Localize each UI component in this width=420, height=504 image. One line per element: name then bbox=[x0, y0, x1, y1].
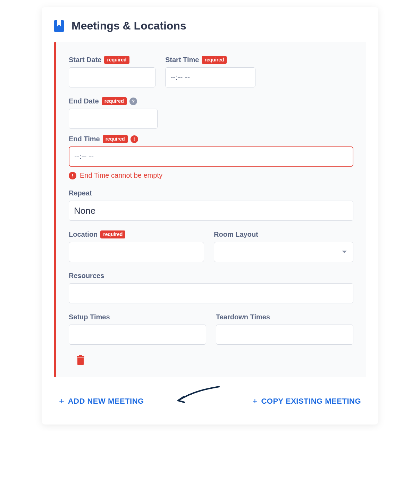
label-room-layout: Room Layout bbox=[214, 230, 353, 238]
error-icon: ! bbox=[131, 135, 138, 143]
svg-rect-2 bbox=[79, 355, 82, 356]
label-teardown-times: Teardown Times bbox=[216, 313, 353, 321]
copy-existing-meeting-label: COPY EXISTING MEETING bbox=[261, 397, 361, 406]
page-title: Meetings & Locations bbox=[72, 19, 186, 32]
bookmark-icon bbox=[54, 20, 64, 32]
trash-icon bbox=[76, 355, 85, 366]
label-text: Setup Times bbox=[69, 313, 110, 321]
label-start-date: Start Date required bbox=[69, 56, 156, 64]
delete-row bbox=[69, 354, 353, 367]
label-setup-times: Setup Times bbox=[69, 313, 206, 321]
field-end-date: End Date required ? bbox=[69, 97, 158, 129]
plus-icon: + bbox=[252, 396, 258, 405]
label-text: Repeat bbox=[69, 189, 92, 197]
error-icon: ! bbox=[69, 172, 76, 179]
label-text: Resources bbox=[69, 272, 104, 280]
repeat-select[interactable] bbox=[69, 201, 353, 221]
label-end-date: End Date required ? bbox=[69, 97, 158, 105]
field-teardown-times: Teardown Times bbox=[216, 313, 353, 345]
add-new-meeting-label: ADD NEW MEETING bbox=[68, 397, 144, 406]
actions-row: + ADD NEW MEETING + COPY EXISTING MEETIN… bbox=[54, 395, 366, 408]
row-location-layout: Location required Room Layout bbox=[69, 230, 353, 262]
label-location: Location required bbox=[69, 230, 204, 238]
label-resources: Resources bbox=[69, 272, 353, 280]
field-setup-times: Setup Times bbox=[69, 313, 206, 345]
annotation-arrow bbox=[174, 385, 222, 406]
row-dates: Start Date required Start Time required … bbox=[69, 56, 353, 129]
plus-icon: + bbox=[59, 396, 65, 405]
label-text: Teardown Times bbox=[216, 313, 270, 321]
required-badge: required bbox=[103, 135, 128, 143]
room-layout-input[interactable] bbox=[214, 242, 353, 262]
meetings-locations-card: Meetings & Locations Start Date required… bbox=[42, 7, 378, 425]
label-text: Start Time bbox=[165, 56, 199, 64]
label-text: Start Date bbox=[69, 56, 101, 64]
required-badge: required bbox=[202, 56, 227, 64]
add-new-meeting-button[interactable]: + ADD NEW MEETING bbox=[58, 395, 145, 408]
delete-meeting-button[interactable] bbox=[69, 354, 92, 367]
end-time-input[interactable] bbox=[69, 146, 353, 167]
chevron-down-icon bbox=[342, 249, 347, 255]
label-start-time: Start Time required bbox=[165, 56, 255, 64]
error-text: End Time cannot be empty bbox=[80, 171, 162, 179]
card-header: Meetings & Locations bbox=[54, 19, 366, 32]
label-text: End Time bbox=[69, 135, 100, 143]
field-end-time: End Time required ! ! End Time cannot be… bbox=[69, 135, 353, 179]
field-location: Location required bbox=[69, 230, 204, 262]
required-badge: required bbox=[104, 56, 129, 64]
svg-rect-0 bbox=[77, 358, 84, 365]
teardown-times-input[interactable] bbox=[216, 325, 353, 345]
copy-existing-meeting-button[interactable]: + COPY EXISTING MEETING bbox=[251, 395, 362, 408]
required-badge: required bbox=[102, 97, 127, 105]
field-start-date: Start Date required bbox=[69, 56, 156, 87]
label-text: End Date bbox=[69, 97, 99, 105]
end-date-input[interactable] bbox=[69, 109, 158, 129]
field-resources: Resources bbox=[69, 272, 353, 303]
field-room-layout: Room Layout bbox=[214, 230, 353, 262]
label-text: Location bbox=[69, 230, 98, 238]
label-end-time: End Time required ! bbox=[69, 135, 353, 143]
label-text: Room Layout bbox=[214, 230, 258, 238]
setup-times-input[interactable] bbox=[69, 325, 206, 345]
field-start-time: Start Time required bbox=[165, 56, 255, 87]
meeting-form-block: Start Date required Start Time required … bbox=[54, 42, 366, 377]
required-badge: required bbox=[100, 230, 125, 238]
end-time-error: ! End Time cannot be empty bbox=[69, 171, 353, 179]
start-time-input[interactable] bbox=[165, 67, 255, 87]
start-date-input[interactable] bbox=[69, 67, 156, 87]
room-layout-select[interactable] bbox=[214, 242, 353, 262]
help-icon[interactable]: ? bbox=[129, 98, 137, 105]
resources-input[interactable] bbox=[69, 283, 353, 303]
location-input[interactable] bbox=[69, 242, 204, 262]
label-repeat: Repeat bbox=[69, 189, 353, 197]
field-repeat: Repeat bbox=[69, 189, 353, 221]
row-setup-teardown: Setup Times Teardown Times bbox=[69, 313, 353, 345]
